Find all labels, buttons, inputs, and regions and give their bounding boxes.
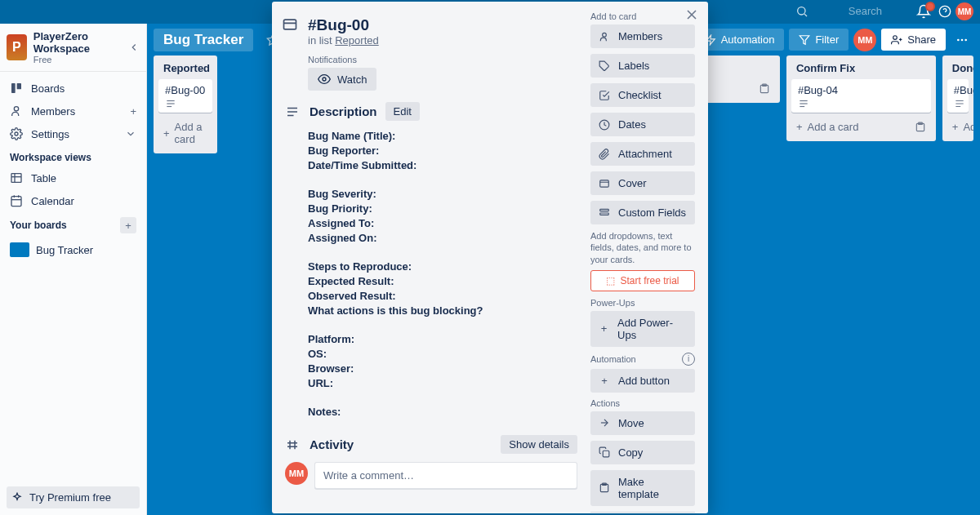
copy-button[interactable]: Copy: [590, 441, 695, 464]
automation-button[interactable]: Automation: [695, 29, 785, 51]
sidebar-item-table[interactable]: Table: [0, 166, 146, 189]
members-icon: [599, 31, 610, 42]
user-plus-icon: [891, 34, 902, 46]
svg-rect-53: [600, 180, 609, 186]
avatar[interactable]: MM: [956, 2, 973, 20]
sidebar-board-item[interactable]: Bug Tracker: [0, 238, 146, 261]
svg-rect-4: [11, 83, 16, 93]
column-title[interactable]: Reported: [158, 60, 212, 79]
description-field: Platform:: [308, 333, 577, 345]
custom-fields-icon: [599, 207, 610, 219]
close-icon[interactable]: [684, 7, 700, 23]
sidebar-item-boards[interactable]: Boards: [0, 77, 146, 100]
template-icon[interactable]: [915, 122, 926, 133]
edit-button[interactable]: Edit: [385, 102, 420, 121]
template-icon: [599, 482, 610, 494]
try-premium-button[interactable]: Try Premium free: [7, 486, 140, 508]
svg-rect-5: [17, 83, 21, 89]
sidebar-section-your-boards: Your boards +: [0, 212, 146, 238]
cover-icon: [599, 178, 610, 189]
search-icon[interactable]: [795, 5, 808, 18]
description-field: Assigned To:: [308, 217, 577, 229]
sidebar-item-settings[interactable]: Settings: [0, 122, 146, 145]
sidebar-item-label: Table: [31, 172, 56, 184]
plus-icon: +: [952, 121, 959, 133]
svg-point-0: [798, 7, 805, 15]
svg-point-7: [15, 132, 18, 135]
svg-rect-54: [600, 209, 609, 211]
plus-icon: +: [796, 121, 803, 133]
members-icon: [10, 104, 23, 118]
add-card-button[interactable]: + Ad: [947, 118, 969, 136]
svg-rect-8: [11, 174, 21, 183]
move-button[interactable]: Move: [590, 411, 695, 435]
checklist-icon: [599, 90, 610, 101]
share-button[interactable]: Share: [881, 29, 946, 51]
workspace-sidebar: P PlayerZero Workspace Free Boards Membe…: [0, 24, 147, 515]
filter-icon: [799, 34, 810, 46]
add-board-icon[interactable]: +: [120, 217, 136, 233]
card[interactable]: #Bug-: [947, 79, 969, 113]
sidebar-section-views: Workspace views: [0, 145, 146, 166]
sidebar-item-calendar[interactable]: Calendar: [0, 189, 146, 212]
plus-icon[interactable]: +: [130, 105, 136, 118]
clock-icon: [599, 119, 610, 131]
custom-fields-button[interactable]: Custom Fields: [590, 201, 695, 224]
eye-icon: [318, 73, 331, 86]
board-name-container[interactable]: Bug Tracker: [154, 29, 253, 51]
board-title: Bug Tracker: [163, 32, 243, 47]
labels-button[interactable]: Labels: [590, 54, 695, 78]
help-icon[interactable]: [938, 5, 951, 18]
show-details-button[interactable]: Show details: [501, 435, 577, 454]
dates-button[interactable]: Dates: [590, 113, 695, 136]
description-field: Notes:: [308, 406, 577, 418]
sidebar-item-label: Boards: [31, 82, 65, 95]
checklist-button[interactable]: Checklist: [590, 83, 695, 107]
tag-icon: [599, 60, 610, 72]
cover-button[interactable]: Cover: [590, 171, 695, 195]
description-field: Observed Result:: [308, 290, 577, 302]
attachment-button[interactable]: Attachment: [590, 142, 695, 166]
description-field: Bug Priority:: [308, 202, 577, 215]
chevron-left-icon[interactable]: [128, 42, 140, 53]
sidebar-item-members[interactable]: Members +: [0, 100, 146, 122]
show-menu-button[interactable]: [951, 33, 973, 47]
attachment-icon: [599, 149, 610, 160]
search-input[interactable]: Search: [849, 5, 882, 17]
column-title[interactable]: Confirm Fix: [791, 60, 931, 79]
add-card-button[interactable]: + Add a card: [158, 118, 212, 149]
card[interactable]: #Bug-04: [791, 79, 931, 113]
calendar-icon: [10, 194, 23, 207]
copy-icon: [599, 446, 610, 458]
column-title[interactable]: Done: [947, 60, 969, 79]
template-icon[interactable]: [759, 83, 770, 95]
watch-button[interactable]: Watch: [308, 68, 376, 91]
svg-point-22: [957, 38, 960, 41]
notifications-label: Notifications: [308, 55, 577, 64]
gear-icon: [10, 127, 23, 140]
description-field: Bug Reporter:: [308, 144, 577, 157]
avatar[interactable]: MM: [853, 29, 876, 51]
info-icon[interactable]: i: [682, 353, 695, 366]
description-body[interactable]: Bug Name (Title):Bug Reporter:Date/Time …: [285, 121, 577, 427]
svg-marker-18: [800, 35, 810, 44]
comment-input[interactable]: Write a comment…: [314, 462, 577, 489]
activity-header: Activity: [310, 437, 354, 451]
add-button-button[interactable]: +Add button: [590, 369, 695, 393]
svg-rect-11: [11, 197, 21, 206]
card[interactable]: #Bug-00: [158, 79, 212, 113]
start-trial-button[interactable]: ⬚Start free trial: [590, 270, 695, 291]
make-template-button[interactable]: Make template: [590, 470, 695, 506]
add-power-ups-button[interactable]: +Add Power-Ups: [590, 311, 695, 347]
svg-point-50: [603, 33, 607, 37]
sidebar-item-label: Settings: [31, 128, 69, 140]
svg-point-23: [961, 38, 964, 41]
workspace-logo: P: [7, 34, 27, 60]
members-button[interactable]: Members: [590, 24, 695, 48]
filter-button[interactable]: Filter: [789, 29, 849, 51]
add-card-button[interactable]: + Add a card: [791, 118, 931, 136]
description-field: OS:: [308, 348, 577, 360]
dialog-title[interactable]: #Bug-00: [285, 11, 577, 34]
chevron-down-icon: [125, 128, 136, 140]
list-link[interactable]: Reported: [335, 34, 378, 47]
